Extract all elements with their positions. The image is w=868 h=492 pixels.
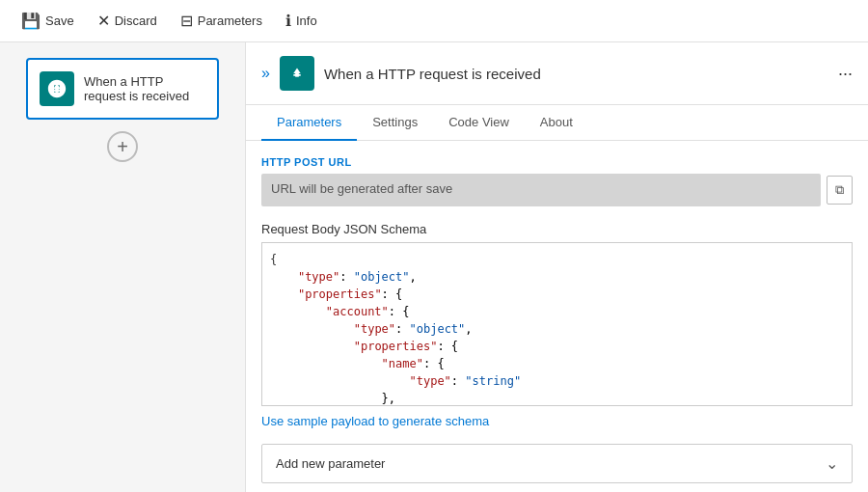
- discard-label: Discard: [115, 14, 157, 28]
- code-line-7: "type": "string": [270, 372, 844, 390]
- panel-title: When a HTTP request is received: [324, 66, 828, 82]
- parameters-button[interactable]: ⊟ Parameters: [171, 8, 272, 34]
- panel-http-icon: [286, 63, 308, 84]
- url-row: URL will be generated after save ⧉: [261, 174, 853, 206]
- plus-icon: +: [117, 137, 128, 156]
- tab-parameters[interactable]: Parameters: [261, 105, 357, 141]
- code-line-3: "account": {: [270, 303, 844, 320]
- discard-button[interactable]: ✕ Discard: [88, 8, 167, 34]
- code-line-1: "type": "object",: [270, 268, 844, 286]
- save-label: Save: [45, 14, 74, 28]
- expand-button[interactable]: »: [261, 65, 270, 82]
- expand-arrows-icon: »: [261, 65, 270, 82]
- parameters-label: Parameters: [198, 14, 262, 28]
- code-line-2: "properties": {: [270, 286, 844, 303]
- copy-url-button[interactable]: ⧉: [827, 176, 853, 205]
- save-button[interactable]: 💾 Save: [12, 8, 84, 34]
- panel-icon-box: [280, 56, 314, 91]
- sidebar: When a HTTP request is received +: [0, 42, 246, 492]
- tabs-bar: Parameters Settings Code View About: [246, 105, 868, 141]
- code-line-8: },: [270, 390, 844, 406]
- ellipsis-icon: ···: [838, 64, 853, 84]
- discard-icon: ✕: [97, 12, 110, 30]
- chevron-down-icon: ⌄: [826, 454, 838, 473]
- trigger-card[interactable]: When a HTTP request is received: [26, 58, 219, 120]
- toolbar: 💾 Save ✕ Discard ⊟ Parameters ℹ Info: [0, 0, 868, 42]
- code-line-6: "name": {: [270, 355, 844, 372]
- panel-content: HTTP POST URL URL will be generated afte…: [246, 141, 868, 492]
- code-line-4: "type": "object",: [270, 320, 844, 338]
- url-field: URL will be generated after save: [261, 174, 821, 206]
- sample-payload-link[interactable]: Use sample payload to generate schema: [261, 414, 489, 428]
- right-panel: » When a HTTP request is received ··· Pa…: [246, 42, 868, 492]
- info-icon: ℹ: [285, 12, 291, 30]
- schema-label: Request Body JSON Schema: [261, 222, 853, 236]
- http-post-url-label: HTTP POST URL: [261, 156, 853, 168]
- more-options-button[interactable]: ···: [838, 64, 853, 84]
- copy-icon: ⧉: [835, 182, 844, 198]
- add-parameter-row[interactable]: Add new parameter ⌄: [261, 444, 853, 483]
- trigger-label: When a HTTP request is received: [84, 74, 205, 103]
- add-param-label: Add new parameter: [276, 456, 826, 471]
- trigger-icon-box: [40, 71, 74, 106]
- json-schema-editor[interactable]: { "type": "object", "properties": { "acc…: [261, 242, 853, 406]
- tab-settings[interactable]: Settings: [357, 105, 433, 141]
- svg-rect-2: [55, 87, 59, 93]
- info-label: Info: [296, 14, 317, 28]
- tab-about[interactable]: About: [525, 105, 588, 141]
- main-layout: When a HTTP request is received + » When…: [0, 42, 868, 492]
- parameters-icon: ⊟: [180, 12, 193, 30]
- panel-header: » When a HTTP request is received ···: [246, 42, 868, 105]
- add-step-button[interactable]: +: [107, 131, 138, 162]
- code-line-5: "properties": {: [270, 338, 844, 355]
- svg-rect-4: [295, 71, 299, 77]
- http-trigger-icon: [46, 78, 68, 99]
- save-icon: 💾: [21, 12, 41, 30]
- tab-code-view[interactable]: Code View: [433, 105, 525, 141]
- code-line-0: {: [270, 251, 844, 268]
- info-button[interactable]: ℹ Info: [276, 8, 327, 34]
